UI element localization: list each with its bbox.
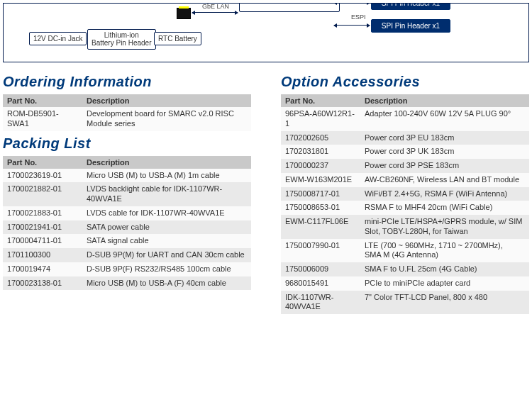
cell-part: 1750007990-01 (281, 239, 360, 263)
cell-desc: Adapter 100-240V 60W 12V 5A PLUG 90° (360, 107, 529, 131)
col-description: Description (360, 94, 529, 107)
cell-desc: LVDS backlight cable for IDK-1107WR-40WV… (82, 182, 251, 206)
cell-desc: D-SUB 9P(M) for UART and CAN 30cm cable (82, 248, 251, 262)
cell-desc: Power cord 3P UK 183cm (360, 145, 529, 159)
cell-desc: RSMA F to MHF4 20cm (WiFi Cable) (360, 201, 529, 215)
rj45-icon (177, 8, 191, 19)
cell-part: EWM-C117FL06E (281, 215, 360, 239)
table-row: 1701100300D-SUB 9P(M) for UART and CAN 3… (3, 248, 251, 262)
cell-desc: LVDS cable for IDK-1107WR-40WVA1E (82, 206, 251, 220)
col-part-no: Part No. (3, 94, 82, 107)
cell-part: 96PSA-A60W12R1-1 (281, 107, 360, 131)
diagram-12v-jack: 12V DC-in Jack (29, 32, 87, 45)
cell-desc: Development board for SMARC v2.0 RISC Mo… (82, 107, 251, 131)
table-row: 1700004711-01SATA signal cable (3, 234, 251, 248)
cell-part: 1750008717-01 (281, 187, 360, 201)
cell-part: 1700019474 (3, 262, 82, 276)
cell-part: 1700004711-01 (3, 234, 82, 248)
table-row: 96PSA-A60W12R1-1Adapter 100-240V 60W 12V… (281, 107, 529, 131)
cell-desc: SATA power cable (82, 220, 251, 235)
cell-part: 1700023138-01 (3, 276, 82, 291)
table-row: 1702031801Power cord 3P UK 183cm (281, 145, 529, 159)
table-row: 1750008717-01WiFi/BT 2.4+5G, RSMA F (WiF… (281, 187, 529, 201)
table-row: 1700023138-01Micro USB (M) to USB-A (F) … (3, 276, 251, 291)
cell-desc: D-SUB 9P(F) RS232/RS485 100cm cable (82, 262, 251, 276)
cell-part: 1700021882-01 (3, 182, 82, 206)
diagram-cpu-box (239, 3, 340, 12)
option-accessories-table: Part No. Description 96PSA-A60W12R1-1Ada… (281, 94, 529, 314)
col-description: Description (82, 94, 251, 107)
packing-list-heading: Packing List (3, 135, 251, 152)
col-part-no: Part No. (281, 94, 360, 107)
block-diagram-fragment: SPI Pin Header x1 SPI Pin Header x1 ESPI… (3, 3, 529, 62)
cell-part: 1700000237 (281, 159, 360, 173)
table-row: 1700021941-01SATA power cable (3, 220, 251, 235)
cell-desc: WiFi/BT 2.4+5G, RSMA F (WiFi Antenna) (360, 187, 529, 201)
cell-part: IDK-1107WR-40WVA1E (281, 291, 360, 315)
table-header-row: Part No. Description (3, 156, 251, 169)
packing-list-table: Part No. Description 1700023619-01Micro … (3, 156, 251, 291)
cell-part: 1700021883-01 (3, 206, 82, 220)
table-header-row: Part No. Description (281, 94, 529, 107)
table-row: EWM-C117FL06Emini-PCIe LTE/HSPA+/GPRS mo… (281, 215, 529, 239)
table-row: 1702002605Power cord 3P EU 183cm (281, 131, 529, 145)
table-row: IDK-1107WR-40WVA1E7" Color TFT-LCD Panel… (281, 291, 529, 315)
cell-part: 1750006009 (281, 262, 360, 276)
table-row: 1700021882-01LVDS backlight cable for ID… (3, 182, 251, 206)
col-description: Description (82, 156, 251, 169)
cell-desc: SMA F to U.FL 25cm (4G Cable) (360, 262, 529, 276)
table-row: 1750007990-01LTE (700 ~ 960MHz, 1710 ~ 2… (281, 239, 529, 263)
cell-part: ROM-DB5901-SWA1 (3, 107, 82, 131)
table-row: 1700000237Power cord 3P PSE 183cm (281, 159, 529, 173)
cell-part: 1702002605 (281, 131, 360, 145)
ordering-info-table: Part No. Description ROM-DB5901-SWA1 Dev… (3, 94, 251, 131)
cell-desc: SATA signal cable (82, 234, 251, 248)
diagram-gbe-label: GbE LAN (202, 3, 229, 10)
diagram-spi-header-1: SPI Pin Header x1 (371, 3, 450, 10)
cell-part: 1700023619-01 (3, 169, 82, 183)
cell-part: 9680015491 (281, 276, 360, 291)
ordering-info-heading: Ordering Information (3, 74, 251, 90)
cell-part: 1702031801 (281, 145, 360, 159)
table-header-row: Part No. Description (3, 94, 251, 107)
cell-desc: LTE (700 ~ 960MHz, 1710 ~ 2700MHz), SMA … (360, 239, 529, 263)
col-part-no: Part No. (3, 156, 82, 169)
cell-desc: 7" Color TFT-LCD Panel, 800 x 480 (360, 291, 529, 315)
cell-part: 1700021941-01 (3, 220, 82, 235)
cell-desc: Power cord 3P EU 183cm (360, 131, 529, 145)
table-row: 1700019474D-SUB 9P(F) RS232/RS485 100cm … (3, 262, 251, 276)
cell-desc: Power cord 3P PSE 183cm (360, 159, 529, 173)
cell-desc: Micro USB (M) to USB-A (F) 40cm cable (82, 276, 251, 291)
table-row: 1700021883-01LVDS cable for IDK-1107WR-4… (3, 206, 251, 220)
diagram-lion-header: Lithium-ion Battery Pin Header (87, 29, 156, 50)
cell-part: 1750008653-01 (281, 201, 360, 215)
table-row: 1750006009SMA F to U.FL 25cm (4G Cable) (281, 262, 529, 276)
table-row: EWM-W163M201EAW-CB260NF, Wireless LAN an… (281, 173, 529, 187)
diagram-rtc-battery: RTC Battery (154, 32, 201, 45)
table-row: ROM-DB5901-SWA1 Development board for SM… (3, 107, 251, 131)
diagram-spi-header-2: SPI Pin Header x1 (371, 19, 450, 33)
cell-part: 1701100300 (3, 248, 82, 262)
cell-desc: AW-CB260NF, Wireless LAN and BT module (360, 173, 529, 187)
table-row: 1700023619-01Micro USB (M) to USB-A (M) … (3, 169, 251, 183)
cell-desc: Micro USB (M) to USB-A (M) 1m cable (82, 169, 251, 183)
table-row: 9680015491PCIe to miniPCIe adapter card (281, 276, 529, 291)
diagram-espi-label: ESPI (351, 13, 366, 21)
table-row: 1750008653-01RSMA F to MHF4 20cm (WiFi C… (281, 201, 529, 215)
option-accessories-heading: Option Accessories (281, 74, 529, 90)
cell-desc: PCIe to miniPCIe adapter card (360, 276, 529, 291)
cell-desc: mini-PCIe LTE/HSPA+/GPRS module, w/ SIM … (360, 215, 529, 239)
cell-part: EWM-W163M201E (281, 173, 360, 187)
